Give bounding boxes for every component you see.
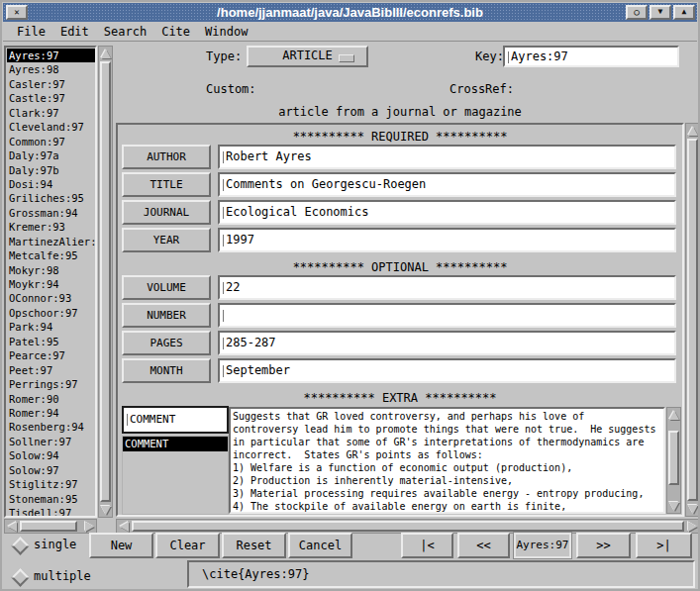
- action-button[interactable]: Clear: [155, 533, 220, 558]
- entry-list-item[interactable]: Rosenberg:94: [7, 420, 95, 434]
- entry-list-item[interactable]: Clark:97: [7, 106, 95, 120]
- entry-list-item[interactable]: Moykr:94: [7, 277, 95, 291]
- application-window: ✕ /home/jjanmaat/java/JavaBibIII/econref…: [0, 0, 700, 591]
- entry-list-item[interactable]: Perrings:97: [7, 377, 95, 391]
- entry-list-item[interactable]: Tisdell:97: [7, 506, 95, 518]
- entry-list-vertical-scrollbar[interactable]: [98, 46, 113, 518]
- cite-input[interactable]: \cite{Ayres:97}: [187, 560, 695, 588]
- entry-list-item[interactable]: Opschoor:97: [7, 306, 95, 320]
- entry-list-item[interactable]: Park:94: [7, 320, 95, 334]
- next-entry-button[interactable]: >>: [576, 533, 631, 558]
- field-input[interactable]: 22: [218, 275, 676, 300]
- text-caret: [223, 282, 224, 294]
- first-entry-button[interactable]: |<: [401, 533, 453, 558]
- field-input[interactable]: Robert Ayres: [218, 145, 676, 169]
- field-label-button[interactable]: AUTHOR: [122, 145, 211, 169]
- scroll-up-icon[interactable]: [686, 124, 699, 138]
- title-bar[interactable]: ✕ /home/jjanmaat/java/JavaBibIII/econref…: [3, 3, 697, 22]
- field-input[interactable]: Ecological Economics: [218, 200, 676, 225]
- action-button[interactable]: New: [89, 533, 153, 558]
- scrollbar-thumb[interactable]: [132, 521, 684, 532]
- entry-list-item[interactable]: Kremer:93: [7, 220, 95, 234]
- key-input[interactable]: Ayres:97: [503, 46, 679, 67]
- menu-item[interactable]: Cite: [161, 25, 190, 39]
- entry-list-horizontal-scrollbar[interactable]: [4, 519, 97, 534]
- form-vertical-scrollbar[interactable]: [685, 123, 700, 517]
- field-label-button[interactable]: PAGES: [122, 331, 211, 355]
- scrollbar-thumb[interactable]: [687, 139, 698, 501]
- scrollbar-thumb[interactable]: [100, 61, 111, 502]
- entry-list-item[interactable]: Daly:97a: [7, 148, 95, 162]
- menu-item[interactable]: Window: [205, 25, 248, 39]
- scroll-down-icon[interactable]: [99, 503, 112, 517]
- field-input[interactable]: Comments on Georgescu-Roegen: [218, 172, 676, 197]
- scroll-left-icon[interactable]: [117, 520, 131, 533]
- type-option-menu[interactable]: ARTICLE: [247, 46, 368, 67]
- comment-vertical-scrollbar[interactable]: [666, 407, 681, 514]
- entry-list-item[interactable]: MartinezAlier:9: [7, 235, 95, 248]
- scroll-down-icon[interactable]: [667, 499, 680, 513]
- entry-list-item[interactable]: Solow:97: [7, 463, 95, 477]
- menu-bar: FileEditSearchCiteWindow: [3, 22, 697, 42]
- previous-entry-button[interactable]: <<: [457, 533, 510, 558]
- entry-list-item[interactable]: Casler:97: [7, 77, 95, 91]
- entry-list-item[interactable]: Metcalfe:95: [7, 248, 95, 262]
- field-label-button[interactable]: JOURNAL: [122, 200, 211, 225]
- field-input[interactable]: September: [218, 358, 676, 383]
- entry-list-item[interactable]: OConnor:93: [7, 291, 95, 305]
- entry-list-item[interactable]: Patel:95: [7, 335, 95, 348]
- menu-item[interactable]: File: [17, 25, 46, 39]
- field-label-button[interactable]: NUMBER: [122, 303, 211, 328]
- scroll-up-icon[interactable]: [667, 408, 680, 422]
- multiple-radio[interactable]: [11, 568, 29, 586]
- scroll-right-icon[interactable]: [685, 520, 699, 533]
- entry-list-item[interactable]: Grossman:94: [7, 206, 95, 220]
- entry-list-item[interactable]: Cleveland:97: [7, 120, 95, 134]
- menu-item[interactable]: Edit: [60, 25, 89, 39]
- entry-list-item[interactable]: Ayres:98: [7, 62, 95, 76]
- scroll-right-icon[interactable]: [82, 520, 96, 533]
- entry-list-item[interactable]: Mokyr:98: [7, 263, 95, 277]
- comment-textarea[interactable]: Suggests that GR loved controversy, and …: [229, 407, 665, 514]
- single-radio[interactable]: [11, 537, 29, 554]
- field-value: 22: [226, 280, 240, 294]
- field-label-button[interactable]: MONTH: [122, 358, 211, 383]
- entry-list-item[interactable]: Castle:97: [7, 91, 95, 105]
- raise-window-icon[interactable]: ▲: [673, 5, 695, 20]
- entry-list-item[interactable]: Stiglitz:97: [7, 477, 95, 491]
- entry-list-item[interactable]: Stoneman:95: [7, 492, 95, 506]
- entry-list-item[interactable]: Sollner:97: [7, 435, 95, 448]
- scrollbar-thumb[interactable]: [668, 431, 679, 485]
- field-input[interactable]: [218, 303, 676, 328]
- entry-list-item[interactable]: Griliches:95: [7, 191, 95, 205]
- action-button[interactable]: Cancel: [288, 533, 352, 558]
- current-entry-display[interactable]: Ayres:97: [514, 533, 571, 558]
- menu-item[interactable]: Search: [104, 25, 147, 39]
- entry-list-item[interactable]: Peet:97: [7, 363, 95, 377]
- crossref-label: CrossRef:: [450, 82, 514, 96]
- scrollbar-thumb[interactable]: [20, 521, 77, 532]
- field-label-button[interactable]: TITLE: [122, 172, 211, 197]
- extra-field-list-item[interactable]: COMMENT: [123, 437, 228, 451]
- scroll-left-icon[interactable]: [5, 520, 19, 533]
- entry-list-item[interactable]: Common:97: [7, 135, 95, 148]
- field-label-button[interactable]: VOLUME: [122, 275, 211, 300]
- field-input[interactable]: 285-287: [218, 331, 676, 355]
- entry-list-item[interactable]: Pearce:97: [7, 348, 95, 362]
- field-input[interactable]: 1997: [218, 228, 676, 252]
- extra-field-name-input[interactable]: COMMENT: [122, 406, 229, 434]
- lower-window-icon[interactable]: ▼: [650, 5, 671, 20]
- scroll-down-icon[interactable]: [686, 502, 699, 516]
- form-horizontal-scrollbar[interactable]: [116, 519, 700, 534]
- entry-list-item[interactable]: Dosi:94: [7, 177, 95, 191]
- entry-list-item[interactable]: Solow:94: [7, 448, 95, 462]
- entry-list-item[interactable]: Ayres:97: [7, 49, 95, 62]
- last-entry-button[interactable]: >|: [636, 533, 692, 558]
- entry-list-item[interactable]: Romer:94: [7, 406, 95, 420]
- entry-list-item[interactable]: Daly:97b: [7, 163, 95, 177]
- scroll-up-icon[interactable]: [99, 47, 112, 60]
- field-label-button[interactable]: YEAR: [122, 228, 211, 252]
- window-menu-icon[interactable]: ○: [626, 5, 648, 20]
- entry-list-item[interactable]: Romer:90: [7, 392, 95, 406]
- action-button[interactable]: Reset: [222, 533, 286, 558]
